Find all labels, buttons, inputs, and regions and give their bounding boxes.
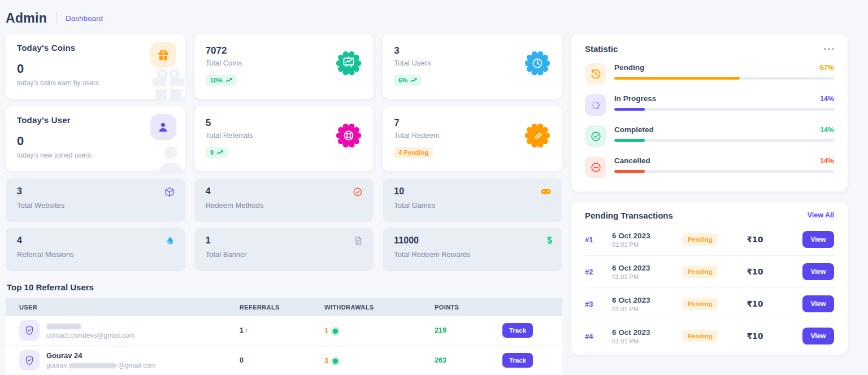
transaction-date: 6 Oct 202301:01 PM (612, 328, 682, 345)
statistic-percent: 14% (820, 126, 834, 134)
circle-minus-icon (585, 156, 606, 178)
page-header: Admin Dashboard (0, 0, 868, 26)
statistic-percent: 57% (820, 64, 834, 72)
right-column: Statistic Pending57% In Progress1 (571, 34, 848, 375)
transaction-id: #1 (585, 236, 612, 244)
green-dot-icon (333, 359, 338, 364)
mini-value: 3 (17, 186, 174, 197)
statistic-row-completed: Completed14% (585, 125, 834, 147)
table-header-row: USER REFERRALS WITHDRAWALS POINTS (6, 298, 562, 316)
transaction-amount: ₹10 (734, 267, 776, 276)
gift-watermark-icon (146, 63, 185, 99)
view-all-link[interactable]: View All (808, 211, 834, 220)
statistic-percent: 14% (820, 157, 834, 165)
column-header-user: USER (19, 304, 240, 311)
gamepad-icon (540, 186, 552, 197)
transaction-id: #2 (585, 268, 612, 276)
statistic-row-in-progress: In Progress14% (585, 94, 834, 116)
progress-track (614, 139, 834, 142)
status-badge: Pending (682, 330, 718, 342)
card-total-games: 10 Total Games (383, 178, 562, 222)
view-button[interactable]: View (802, 328, 834, 345)
page-title: Admin (6, 11, 47, 26)
track-button[interactable]: Track (502, 353, 533, 368)
table-row: Gourav 24 gourav@gmail.com 0 3 263 Track (6, 346, 562, 375)
points-cell: 219 (435, 326, 502, 334)
table-row: contact.csmdevs@gmail.com 1↑ 1 219 Track (6, 316, 562, 346)
progress-track (614, 77, 834, 80)
statistic-percent: 14% (820, 95, 834, 103)
header-divider (56, 12, 57, 24)
statistic-label: Completed (614, 125, 654, 134)
transactions-list: #1 6 Oct 202301:01 PM Pending ₹10 View #… (585, 224, 834, 352)
transaction-row: #2 6 Oct 202301:01 PM Pending ₹10 View (585, 256, 834, 288)
statistic-label: In Progress (614, 94, 656, 103)
card-total-websites: 3 Total Websites (6, 178, 185, 222)
trending-up-icon (410, 77, 417, 83)
mini-value: 4 (17, 236, 174, 246)
view-button[interactable]: View (802, 231, 834, 248)
trend-badge: 9 (206, 147, 228, 158)
mini-label: Total Games (394, 201, 551, 210)
pending-transactions-title: Pending Transactions (585, 211, 673, 220)
flame-icon (165, 236, 175, 246)
user-name: Gourav 24 (46, 351, 156, 360)
column-header-points: POINTS (435, 304, 502, 311)
circle-check-icon (352, 186, 363, 198)
card-total-redeem-rewards: 11000 Total Redeem Rewards $ (383, 228, 562, 271)
card-total-redeem: 7 Total Redeem 4 Pending (383, 106, 562, 171)
progress-fill (614, 108, 645, 111)
dollar-icon: $ (547, 236, 552, 246)
card-total-banner: 1 Total Banner (194, 228, 374, 271)
card-total-users: 3 Total Users 6% (383, 34, 562, 99)
user-icon (150, 114, 176, 140)
statistic-row-cancelled: Cancelled14% (585, 156, 834, 178)
user-email: contact.csmdevs@gmail.com (46, 332, 134, 339)
statistic-label: Cancelled (614, 156, 650, 165)
status-badge: Pending (682, 265, 718, 278)
circle-check-icon (585, 125, 606, 147)
transaction-amount: ₹10 (734, 299, 776, 308)
up-arrow-icon: ↑ (245, 326, 248, 334)
spinner-icon (585, 94, 606, 116)
referral-users-table: USER REFERRALS WITHDRAWALS POINTS contac… (6, 298, 562, 375)
mini-label: Redeem Methods (206, 201, 363, 210)
lifebuoy-badge-icon (335, 122, 362, 149)
referral-table-title: Top 10 Referral Users (7, 282, 562, 292)
card-todays-coins: Today's Coins 0 today's coins earn by us… (6, 34, 185, 99)
breadcrumb-dashboard[interactable]: Dashboard (66, 14, 103, 23)
status-badge: Pending (682, 233, 718, 246)
mini-label: Referral Missions (17, 250, 174, 259)
statistic-label: Pending (614, 63, 644, 72)
trend-badge: 6% (394, 75, 422, 86)
progress-track (614, 170, 834, 173)
shield-check-icon (19, 350, 40, 370)
mini-label: Total Redeem Rewards (394, 250, 551, 259)
trend-badge: 10% (206, 75, 237, 86)
transaction-date: 6 Oct 202301:01 PM (612, 264, 682, 280)
presentation-chart-badge-icon (335, 50, 362, 77)
mini-label: Total Websites (17, 201, 174, 210)
referrals-cell: 0 (240, 356, 324, 364)
left-column: Today's Coins 0 today's coins earn by us… (6, 34, 562, 375)
referrals-cell: 1↑ (240, 326, 324, 334)
file-icon (353, 236, 363, 246)
trending-up-icon (225, 77, 232, 83)
mini-value: 1 (206, 236, 363, 246)
cube-icon (164, 186, 175, 198)
history-icon (585, 63, 606, 85)
transaction-row: #1 6 Oct 202301:01 PM Pending ₹10 View (585, 224, 834, 256)
transaction-row: #4 6 Oct 202301:01 PM Pending ₹10 View (585, 320, 834, 352)
transaction-date: 6 Oct 202301:01 PM (612, 232, 682, 248)
withdrawals-cell: 1 (324, 325, 435, 335)
mini-label: Total Banner (206, 250, 363, 259)
view-button[interactable]: View (802, 263, 834, 280)
more-horizontal-icon[interactable] (824, 46, 834, 53)
view-button[interactable]: View (802, 295, 834, 312)
track-button[interactable]: Track (502, 323, 533, 338)
user-cell: contact.csmdevs@gmail.com (19, 320, 240, 341)
points-cell: 263 (435, 356, 502, 364)
statistic-row-pending: Pending57% (585, 63, 834, 85)
shield-check-icon (19, 320, 40, 341)
card-redeem-methods: 4 Redeem Methods (194, 178, 374, 222)
